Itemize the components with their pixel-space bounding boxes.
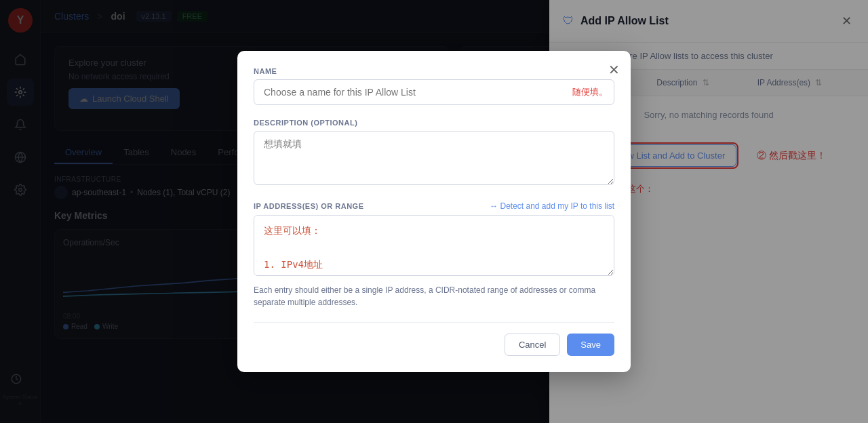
ip-hint: Each entry should either be a single IP … [254, 284, 614, 308]
save-button[interactable]: Save [567, 334, 614, 356]
ip-label-row: IP ADDRESS(ES) OR RANGE ↔ Detect and add… [254, 201, 614, 211]
cancel-button[interactable]: Cancel [505, 334, 560, 356]
ip-label: IP ADDRESS(ES) OR RANGE [254, 202, 363, 210]
inner-modal-footer: Cancel Save [254, 322, 614, 356]
name-label: NAME [254, 67, 614, 75]
name-form-group: NAME 随便填。 [254, 67, 614, 105]
inner-modal-close-button[interactable]: ✕ [608, 62, 620, 78]
name-annotation: 随便填。 [572, 86, 608, 98]
detect-ip-link[interactable]: ↔ Detect and add my IP to this list [490, 201, 614, 211]
description-textarea[interactable] [254, 131, 614, 185]
name-input[interactable] [254, 79, 614, 105]
ip-form-group: IP ADDRESS(ES) OR RANGE ↔ Detect and add… [254, 201, 614, 308]
create-ip-list-form: ✕ NAME 随便填。 DESCRIPTION (OPTIONAL) IP AD… [237, 51, 631, 372]
ip-textarea[interactable]: 这里可以填： 1. IPv4地址 2. CIDR [254, 215, 614, 276]
description-label: DESCRIPTION (OPTIONAL) [254, 119, 614, 127]
inner-modal-backdrop: ✕ NAME 随便填。 DESCRIPTION (OPTIONAL) IP AD… [0, 0, 868, 423]
description-form-group: DESCRIPTION (OPTIONAL) [254, 119, 614, 188]
